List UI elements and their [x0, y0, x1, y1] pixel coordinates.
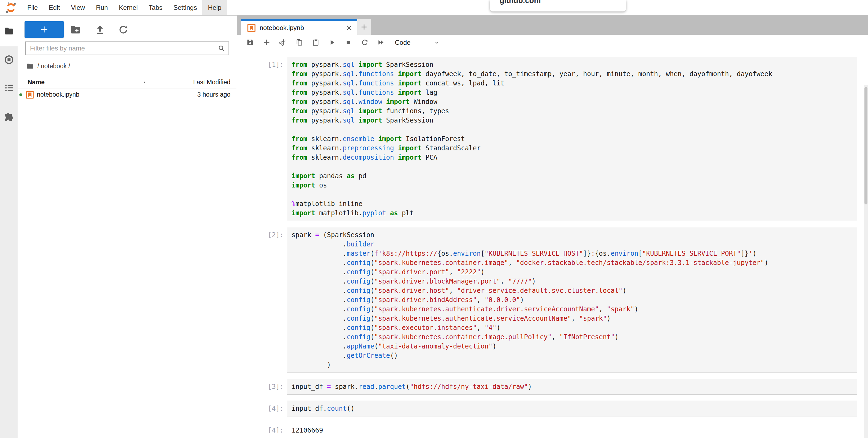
- sidebar-tab-file-browser[interactable]: [0, 16, 18, 47]
- code-editor[interactable]: spark = (SparkSession .builder .master(f…: [287, 227, 857, 373]
- column-header-name[interactable]: Name: [28, 79, 45, 86]
- scrollbar-thumb[interactable]: [864, 87, 867, 204]
- new-tab-button[interactable]: [357, 19, 371, 35]
- code-line: .config("spark.kubernetes.container.imag…: [291, 258, 857, 267]
- menu-item-file[interactable]: File: [22, 0, 43, 15]
- code-token: spark.: [331, 383, 359, 390]
- code-token: PCA: [422, 154, 437, 161]
- code-line: %matplotlib inline: [291, 199, 857, 208]
- code-token: import: [398, 89, 422, 96]
- code-token: Window: [410, 98, 437, 106]
- restart-kernel-button[interactable]: [358, 36, 371, 49]
- code-token: .: [291, 278, 347, 285]
- code-token: ): [291, 361, 331, 369]
- cut-cells-button[interactable]: [277, 36, 289, 49]
- code-cell: [4]:input_df.count(): [241, 401, 864, 416]
- save-button[interactable]: [244, 36, 256, 49]
- breadcrumb[interactable]: / notebook /: [18, 61, 237, 71]
- tab-notebook[interactable]: notebook.ipynb: [241, 19, 357, 35]
- paste-cells-button[interactable]: [309, 36, 322, 49]
- cell-type-dropdown[interactable]: Code: [395, 39, 440, 47]
- menu-item-tabs[interactable]: Tabs: [143, 0, 168, 15]
- code-token: as: [347, 172, 354, 180]
- run-cell-button[interactable]: [326, 36, 338, 49]
- tab-label: notebook.ipynb: [259, 24, 304, 32]
- menu-item-view[interactable]: View: [65, 0, 91, 15]
- code-line: from sklearn.ensemble import IsolationFo…: [291, 134, 857, 144]
- filter-files-input[interactable]: [25, 41, 229, 55]
- code-token: ,: [599, 305, 607, 313]
- close-tab-icon[interactable]: [345, 24, 353, 32]
- code-token: sklearn.: [307, 144, 343, 152]
- sidebar-tab-table-of-contents[interactable]: [0, 73, 18, 103]
- sort-ascending-icon[interactable]: [142, 80, 147, 85]
- code-token: "4": [485, 324, 496, 331]
- home-folder-icon[interactable]: [27, 62, 34, 70]
- menu-item-run[interactable]: Run: [91, 0, 114, 15]
- sidebar-tab-extension-manager[interactable]: [0, 103, 18, 131]
- code-token: "KUBERNETES_SERVICE_PORT": [642, 250, 741, 257]
- code-editor[interactable]: input_df.count(): [287, 401, 857, 416]
- refresh-icon: [118, 24, 129, 35]
- code-token: ): [753, 250, 756, 257]
- code-token: "0.0.0.0": [485, 296, 520, 304]
- new-launcher-button[interactable]: [25, 21, 64, 38]
- code-token: (: [370, 278, 374, 285]
- code-token: "spark": [607, 305, 634, 313]
- new-folder-button[interactable]: [70, 24, 81, 35]
- sidebar-tab-running-sessions[interactable]: [0, 47, 18, 73]
- menu-items: FileEditViewRunKernelTabsSettingsHelp: [22, 0, 227, 15]
- code-token: ]}: [741, 250, 749, 257]
- code-line: [291, 162, 857, 171]
- code-token: "KUBERNETES_SERVICE_HOST": [485, 250, 583, 257]
- menu-item-kernel[interactable]: Kernel: [114, 0, 143, 15]
- file-modified: 3 hours ago: [197, 91, 230, 98]
- code-token: sklearn.: [307, 135, 343, 143]
- code-token: ,: [477, 324, 485, 331]
- notebook-scrollbar[interactable]: [864, 85, 868, 438]
- menu-item-help[interactable]: Help: [203, 0, 227, 15]
- code-editor[interactable]: input_df = spark.read.parquet("hdfs://hd…: [287, 379, 857, 395]
- code-token: ,: [571, 315, 579, 322]
- refresh-file-list-button[interactable]: [118, 24, 129, 35]
- copy-cells-button[interactable]: [293, 36, 305, 49]
- tab-bar: notebook.ipynb: [237, 16, 868, 35]
- code-token: "driver-service.default.svc.cluster.loca…: [457, 287, 623, 294]
- code-token: =: [327, 383, 331, 390]
- code-token: getOrCreate: [347, 352, 390, 359]
- code-token: config: [347, 296, 370, 304]
- code-token: from: [291, 70, 307, 78]
- code-line: import os: [291, 181, 857, 190]
- code-cell: [3]:input_df = spark.read.parquet("hdfs:…: [241, 379, 864, 395]
- code-line: from pyspark.sql import functions, types: [291, 107, 857, 116]
- plus-icon: [40, 25, 49, 34]
- code-token: read: [359, 383, 374, 390]
- file-row[interactable]: notebook.ipynb 3 hours ago: [18, 88, 237, 101]
- code-token: ,: [449, 287, 457, 294]
- code-token: (): [390, 352, 398, 359]
- code-line: .config("spark.kubernetes.authenticate.s…: [291, 314, 857, 323]
- code-token: [: [481, 250, 485, 257]
- code-token: .: [291, 296, 347, 304]
- interrupt-kernel-icon: [344, 38, 352, 47]
- code-token: import: [291, 209, 315, 217]
- column-header-modified[interactable]: Last Modified: [193, 79, 230, 86]
- code-token: ): [607, 315, 611, 322]
- code-token: "7777": [508, 278, 532, 285]
- stop-circle-icon: [4, 54, 14, 65]
- code-token: import: [291, 181, 315, 189]
- interrupt-kernel-button[interactable]: [342, 36, 354, 49]
- code-token: "spark.driver.bindAddress": [374, 296, 477, 304]
- restart-run-all-button[interactable]: [375, 36, 387, 49]
- add-cell-button[interactable]: [260, 36, 273, 49]
- code-token: environ: [453, 250, 480, 257]
- code-token: functions: [359, 89, 394, 96]
- upload-button[interactable]: [95, 24, 105, 35]
- code-token: config: [347, 324, 370, 331]
- code-line: .appName("taxi-data-anomaly-detection"): [291, 342, 857, 351]
- menu-item-edit[interactable]: Edit: [43, 0, 65, 15]
- menu-item-settings[interactable]: Settings: [168, 0, 203, 15]
- code-editor[interactable]: from pyspark.sql import SparkSessionfrom…: [287, 57, 857, 221]
- code-line: .getOrCreate(): [291, 351, 857, 360]
- code-token: pyspark.: [307, 89, 343, 96]
